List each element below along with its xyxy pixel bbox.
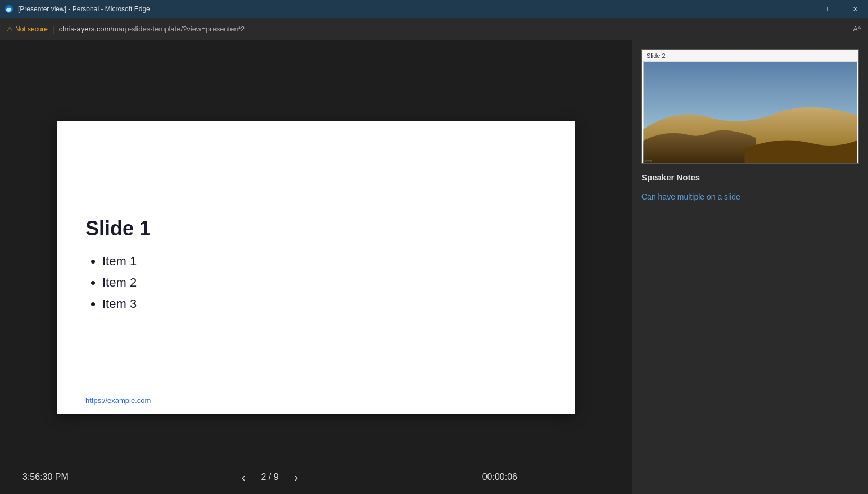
- slide-footer-link: https://example.com: [85, 396, 151, 405]
- read-aloud-button[interactable]: Aᴬ: [853, 25, 861, 33]
- current-page: 2: [261, 472, 266, 482]
- slide-content: Slide 1 Item 1 Item 2 Item 3: [57, 121, 575, 414]
- address-bar: ⚠ Not secure | chris-ayers.com/marp-slid…: [0, 18, 868, 40]
- elapsed-time: 00:00:06: [450, 472, 517, 482]
- warning-icon: ⚠: [7, 25, 13, 33]
- not-secure-label: Not secure: [15, 25, 48, 33]
- speaker-notes-text: Can have multiple on a slide: [641, 191, 859, 203]
- list-item: Item 1: [102, 254, 546, 269]
- list-item: Item 3: [102, 297, 546, 311]
- window-title: [Presenter view] - Personal - Microsoft …: [18, 5, 150, 13]
- address-url[interactable]: chris-ayers.com/marp-slides-template/?vi…: [59, 25, 245, 33]
- right-panel: Slide 2: [632, 40, 868, 494]
- page-separator: /: [269, 472, 271, 482]
- title-bar: [Presenter view] - Personal - Microsoft …: [0, 0, 868, 18]
- bottom-bar: 3:56:30 PM ‹ 2 / 9 › 00:00:06: [0, 460, 540, 494]
- slide-panel: Slide 1 Item 1 Item 2 Item 3 https://exa…: [0, 40, 632, 494]
- edge-icon: [4, 4, 13, 13]
- close-button[interactable]: ✕: [842, 0, 868, 18]
- not-secure-indicator: ⚠ Not secure: [7, 25, 48, 33]
- total-pages: 9: [274, 472, 279, 482]
- prev-slide-button[interactable]: ‹: [237, 469, 250, 486]
- navigation-controls: ‹ 2 / 9 ›: [237, 469, 303, 486]
- url-domain: chris-ayers.com: [59, 25, 111, 33]
- minimize-button[interactable]: —: [790, 0, 816, 18]
- slide-list: Item 1 Item 2 Item 3: [85, 254, 546, 318]
- title-bar-left: [Presenter view] - Personal - Microsoft …: [4, 4, 150, 13]
- url-path: /marp-slides-template/?view=presenter#2: [110, 25, 245, 33]
- slide-title: Slide 1: [85, 217, 546, 241]
- next-slide-image: tinyp: [642, 62, 858, 163]
- address-separator: |: [52, 25, 55, 34]
- next-slide-label: Slide 2: [642, 50, 858, 62]
- address-right-controls: Aᴬ: [853, 25, 861, 33]
- main-container: Slide 1 Item 1 Item 2 Item 3 https://exa…: [0, 40, 868, 494]
- next-slide-preview: Slide 2: [641, 49, 859, 164]
- restore-button[interactable]: ☐: [816, 0, 842, 18]
- current-slide: Slide 1 Item 1 Item 2 Item 3 https://exa…: [57, 121, 575, 414]
- list-item: Item 2: [102, 275, 546, 290]
- window-controls: — ☐ ✕: [790, 0, 868, 18]
- current-time: 3:56:30 PM: [22, 472, 90, 482]
- next-slide-button[interactable]: ›: [290, 469, 303, 486]
- speaker-notes-heading: Speaker Notes: [641, 173, 859, 182]
- svg-text:tinyp: tinyp: [645, 159, 652, 162]
- slide-pagination: 2 / 9: [261, 472, 278, 482]
